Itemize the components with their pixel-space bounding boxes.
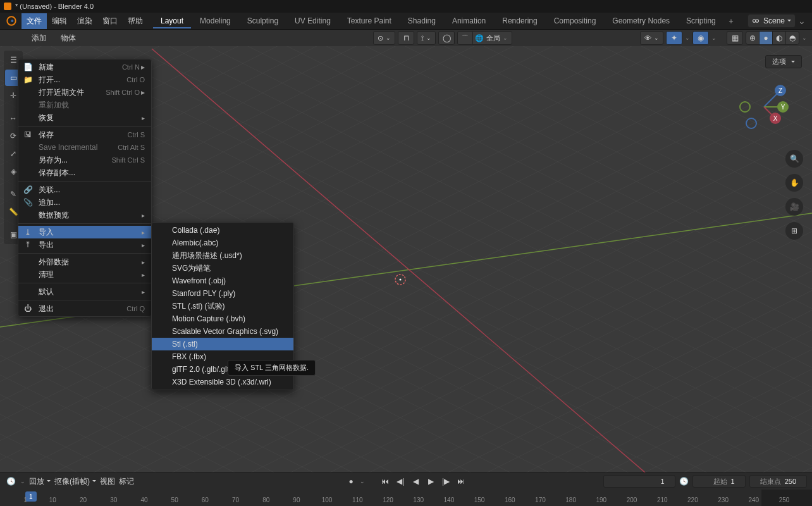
file-menu-item-4[interactable]: 恢复▸: [18, 111, 151, 124]
file-menu-item-15[interactable]: ⤓导入▸: [18, 226, 151, 238]
file-menu-item-3[interactable]: 重新加载: [18, 99, 151, 111]
visibility-dropdown[interactable]: 👁⌄: [640, 31, 663, 45]
file-menu-item-18[interactable]: 外部数据▸: [18, 256, 151, 268]
import-menu-item-5[interactable]: Stanford PLY (.ply): [152, 287, 293, 300]
use-preview-range[interactable]: 🕓: [679, 477, 689, 486]
jump-prev-keyframe-button[interactable]: ◀|: [394, 475, 407, 488]
top-menubar: 文件编辑渲染窗口帮助LayoutModelingSculptingUV Edit…: [0, 13, 812, 30]
tick-180: 180: [565, 497, 576, 503]
file-menu-item-6[interactable]: 🖫保存Ctrl S: [18, 128, 151, 141]
menu-帮助[interactable]: 帮助: [123, 13, 148, 29]
pivot-dropdown[interactable]: ⊙⌄: [373, 31, 395, 45]
viewport-nav-buttons: 🔍 ✋ 🎥 ⊞: [785, 150, 803, 240]
menu-渲染[interactable]: 渲染: [72, 13, 97, 29]
material-shading[interactable]: ◐: [772, 32, 785, 44]
file-menu-item-21[interactable]: 默认▸: [18, 285, 151, 298]
timeline-editor: 🕓 ⌄ 回放 抠像(插帧) 视图 标记 ● ⌄ ⏮ ◀| ◀ ▶ |▶ ⏭ 1 …: [0, 472, 812, 506]
workspace-tabs: LayoutModelingSculptingUV EditingTexture…: [153, 13, 723, 28]
file-menu-item-16[interactable]: ⤒导出▸: [18, 238, 151, 251]
file-menu-item-7[interactable]: Save IncrementalCtrl Alt S: [18, 141, 151, 154]
file-menu-item-9[interactable]: 保存副本...: [18, 166, 151, 179]
import-menu-item-9[interactable]: Stl (.stl): [152, 338, 293, 350]
file-menu-item-1[interactable]: 📁打开...Ctrl O: [18, 73, 151, 86]
file-menu-item-8[interactable]: 另存为...Shift Ctrl S: [18, 154, 151, 166]
viewport-options-button[interactable]: 选项: [765, 55, 802, 68]
current-frame-field[interactable]: 1: [603, 475, 675, 488]
menu-窗口[interactable]: 窗口: [97, 13, 123, 29]
file-menu-item-12[interactable]: 📎追加...: [18, 196, 151, 209]
wireframe-shading[interactable]: ⊕: [746, 32, 759, 44]
magnify-icon: 🔍: [790, 154, 799, 163]
end-frame-field[interactable]: 结束点250: [749, 475, 807, 488]
tab-sculpting[interactable]: Sculpting: [240, 13, 286, 28]
file-menu-item-23[interactable]: ⏻退出Ctrl Q: [18, 302, 151, 315]
tab-modeling[interactable]: Modeling: [192, 13, 238, 28]
file-menu-item-11[interactable]: 🔗关联...: [18, 183, 151, 196]
rendered-shading[interactable]: ◓: [785, 32, 799, 44]
proportional-edit-toggle[interactable]: ◯: [438, 31, 455, 45]
snap-toggle[interactable]: ⊓: [398, 31, 414, 45]
tab-compositing[interactable]: Compositing: [546, 13, 604, 28]
file-menu-item-2[interactable]: 打开近期文件Shift Ctrl O▸: [18, 86, 151, 99]
menu-编辑[interactable]: 编辑: [47, 13, 72, 29]
tick-40: 40: [140, 497, 147, 503]
scene-dropdown[interactable]: Scene: [747, 14, 796, 28]
autokey-toggle[interactable]: ●: [345, 475, 357, 488]
svg-point-20: [746, 118, 756, 128]
import-menu-item-1[interactable]: Alembic(.abc): [152, 237, 293, 249]
play-reverse-button[interactable]: ◀: [409, 475, 422, 488]
ortho-toggle-button[interactable]: ⊞: [785, 222, 803, 240]
tab-layout[interactable]: Layout: [153, 13, 191, 28]
import-menu-item-4[interactable]: Wavefront (.obj): [152, 275, 293, 287]
start-frame-field[interactable]: 起始1: [692, 475, 746, 488]
viewport-header: 添加 物体 🌐 全局 ⌄ ⊙⌄ ⊓ ⟟⌄ ◯ ⌒ 👁⌄ ✦ ⌄ ◉ ⌄: [0, 30, 812, 46]
tab-geometry-nodes[interactable]: Geometry Nodes: [605, 13, 677, 28]
file-menu-item-0[interactable]: 📄新建Ctrl N▸: [18, 61, 151, 73]
gizmo-toggle[interactable]: ✦: [666, 31, 682, 45]
tab-texture-paint[interactable]: Texture Paint: [340, 13, 399, 28]
timeline-keying-menu[interactable]: 抠像(插帧): [54, 476, 96, 487]
scene-icon: [752, 17, 760, 25]
file-menu-item-13[interactable]: 数据预览▸: [18, 209, 151, 221]
add-workspace-button[interactable]: ＋: [723, 13, 739, 29]
pan-button[interactable]: ✋: [785, 174, 803, 192]
falloff-curve-dropdown[interactable]: ⌒: [457, 31, 473, 45]
timeline-marker-menu[interactable]: 标记: [119, 476, 134, 487]
tab-uv-editing[interactable]: UV Editing: [287, 13, 338, 28]
jump-next-keyframe-button[interactable]: |▶: [440, 475, 452, 488]
timeline-ruler[interactable]: 1 11020304050607080901001101201301401501…: [0, 490, 812, 506]
object-menu[interactable]: 物体: [54, 33, 82, 44]
timeline-editor-type[interactable]: 🕓: [5, 477, 16, 486]
import-menu-item-0[interactable]: Collada (.dae): [152, 224, 293, 237]
tick-1: 1: [23, 497, 27, 503]
xray-toggle[interactable]: ▦: [727, 31, 743, 45]
snap-dropdown[interactable]: ⟟⌄: [417, 31, 436, 45]
tick-240: 240: [748, 497, 759, 503]
tick-250: 250: [779, 497, 790, 503]
import-menu-item-2[interactable]: 通用场景描述 (.usd*): [152, 249, 293, 262]
jump-to-start-button[interactable]: ⏮: [379, 475, 391, 488]
browse-scenes-icon[interactable]: ⌄: [798, 16, 806, 26]
tab-rendering[interactable]: Rendering: [495, 13, 544, 28]
overlays-toggle[interactable]: ◉: [692, 31, 709, 45]
import-menu-item-12[interactable]: X3D Extensible 3D (.x3d/.wrl): [152, 376, 293, 388]
zoom-button[interactable]: 🔍: [785, 150, 803, 168]
play-button[interactable]: ▶: [424, 475, 437, 488]
import-menu-item-7[interactable]: Motion Capture (.bvh): [152, 312, 293, 325]
import-menu-item-8[interactable]: Scalable Vector Graphics (.svg): [152, 325, 293, 338]
menu-文件[interactable]: 文件: [22, 13, 47, 29]
timeline-view-menu[interactable]: 视图: [100, 476, 115, 487]
import-menu-item-3[interactable]: SVG为蜡笔: [152, 262, 293, 275]
import-menu-item-6[interactable]: STL (.stl) (试验): [152, 300, 293, 312]
file-menu-item-19[interactable]: 清理▸: [18, 268, 151, 281]
solid-shading[interactable]: ●: [759, 32, 772, 44]
timeline-playback-menu[interactable]: 回放: [29, 476, 51, 487]
blender-icon[interactable]: [5, 15, 18, 27]
add-menu[interactable]: 添加: [25, 33, 53, 44]
tab-shading[interactable]: Shading: [400, 13, 443, 28]
navigation-gizmo[interactable]: Z Y X: [737, 80, 790, 133]
camera-view-button[interactable]: 🎥: [785, 198, 803, 216]
tab-animation[interactable]: Animation: [445, 13, 493, 28]
jump-to-end-button[interactable]: ⏭: [455, 475, 467, 488]
tab-scripting[interactable]: Scripting: [679, 13, 723, 28]
